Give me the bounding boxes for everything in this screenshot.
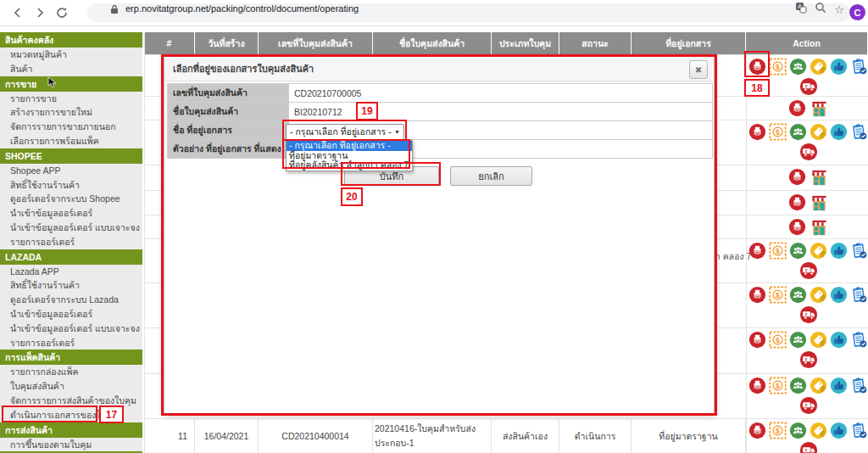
truck-icon[interactable]: $ xyxy=(799,305,817,323)
forward-arrow-icon[interactable] xyxy=(29,3,51,22)
print-document-icon[interactable] xyxy=(788,99,806,117)
sidebar-item[interactable]: รายการออร์เดอร์ xyxy=(0,336,142,350)
select-option[interactable]: - กรุณาเลือก ที่อยู่เอกสาร - xyxy=(287,141,412,151)
translate-icon[interactable]: A xyxy=(795,2,807,17)
truck-icon[interactable]: $ xyxy=(799,143,817,160)
sidebar-item[interactable]: Lazada APP xyxy=(0,265,142,279)
receipt-dollar-icon[interactable]: $ xyxy=(769,286,787,304)
sidebar-item[interactable]: นำเข้าข้อมูลออร์เดอร์ xyxy=(0,307,142,322)
clipboard-check-icon[interactable] xyxy=(850,377,868,394)
receipt-dollar-icon[interactable]: $ xyxy=(769,422,787,439)
print-document-icon[interactable] xyxy=(788,193,806,211)
column-header[interactable]: เลขที่ใบคุมส่งสินค้า xyxy=(259,32,373,54)
storefront-icon[interactable] xyxy=(810,168,827,186)
clipboard-check-icon[interactable] xyxy=(850,123,868,141)
price-tag-icon[interactable] xyxy=(810,377,827,394)
thumbs-up-icon[interactable] xyxy=(830,286,848,304)
document-address-select[interactable]: - กรุณาเลือก ที่อยู่เอกสาร - ▼ xyxy=(286,124,404,140)
thumbs-up-icon[interactable] xyxy=(830,422,848,439)
print-document-icon[interactable] xyxy=(788,168,806,186)
storefront-icon[interactable] xyxy=(810,218,827,236)
print-document-icon[interactable] xyxy=(748,377,766,394)
price-tag-icon[interactable] xyxy=(810,422,827,439)
column-header[interactable]: Action xyxy=(746,32,868,54)
truck-icon[interactable]: $ xyxy=(799,261,817,279)
group-icon[interactable] xyxy=(789,422,807,439)
print-document-icon[interactable] xyxy=(748,331,766,349)
column-header[interactable]: วันที่สร้าง xyxy=(195,32,259,54)
storefront-icon[interactable] xyxy=(810,99,827,117)
clipboard-check-icon[interactable] xyxy=(850,331,868,349)
thumbs-up-icon[interactable] xyxy=(830,58,848,76)
receipt-dollar-icon[interactable]: $ xyxy=(769,331,787,349)
thumbs-up-icon[interactable] xyxy=(830,242,848,260)
price-tag-icon[interactable] xyxy=(810,123,827,141)
sidebar-item[interactable]: ใบคุมส่งสินค้า xyxy=(0,379,142,394)
group-icon[interactable] xyxy=(789,123,807,141)
truck-icon[interactable]: $ xyxy=(799,350,817,368)
sidebar-item[interactable]: สินค้า xyxy=(0,62,142,76)
column-header[interactable]: ชื่อใบคุมส่งสินค้า xyxy=(373,32,492,54)
sidebar-item[interactable]: จัดการรายการขายภายนอก xyxy=(0,120,142,134)
cancel-button[interactable]: ยกเลิก xyxy=(450,166,532,186)
receipt-dollar-icon[interactable]: $ xyxy=(769,123,787,141)
truck-icon[interactable]: $ xyxy=(799,396,817,414)
close-icon[interactable]: ✖ xyxy=(689,60,708,79)
select-option[interactable]: ที่อยู่คลังสินค้า ลำลูกกา คลอง 7 xyxy=(287,160,412,171)
print-document-icon[interactable] xyxy=(788,218,806,236)
print-document-icon[interactable] xyxy=(748,286,766,304)
receipt-dollar-icon[interactable]: $ xyxy=(769,377,787,394)
print-document-icon[interactable] xyxy=(748,422,766,439)
profile-avatar[interactable]: C xyxy=(849,4,865,20)
sidebar-item[interactable]: นำเข้าข้อมูลออร์เดอร์ แบบเจาะจง xyxy=(0,221,142,235)
price-tag-icon[interactable] xyxy=(810,331,827,349)
column-header[interactable]: # xyxy=(144,32,195,54)
sidebar-item[interactable]: เลือกรายการพร้อมแพ็ค xyxy=(0,134,142,148)
clipboard-check-icon[interactable] xyxy=(850,58,868,76)
print-document-icon[interactable] xyxy=(748,123,766,141)
page-zoom-icon[interactable] xyxy=(815,2,826,17)
print-document-icon[interactable] xyxy=(748,58,766,76)
sidebar-item[interactable]: ดูออร์เดอร์จากระบบ Lazada xyxy=(0,293,142,307)
sidebar-item[interactable]: การขึ้นของตามใบคุม xyxy=(0,438,142,452)
price-tag-icon[interactable] xyxy=(810,286,827,304)
url-text[interactable]: erp.novitatgroup.net/packing/control/doc… xyxy=(125,3,359,14)
column-header[interactable]: สถานะ xyxy=(559,32,632,54)
sidebar-item[interactable]: นำเข้าข้อมูลออร์เดอร์ xyxy=(0,206,142,221)
sidebar-item[interactable]: ดูออร์เดอร์จากระบบ Shopee xyxy=(0,192,142,206)
clipboard-check-icon[interactable] xyxy=(850,286,868,304)
column-header[interactable]: ประเภทใบคุม xyxy=(492,32,559,54)
sidebar-item[interactable]: สร้างรายการขายใหม่ xyxy=(0,105,142,120)
sidebar-item[interactable]: สิทธิ์ใช้งานร้านค้า xyxy=(0,278,142,293)
bookmark-star-icon[interactable]: ☆ xyxy=(834,3,844,16)
thumbs-up-icon[interactable] xyxy=(830,377,848,394)
receipt-dollar-icon[interactable]: $ xyxy=(769,242,787,260)
group-icon[interactable] xyxy=(789,286,807,304)
price-tag-icon[interactable] xyxy=(810,242,827,260)
column-header[interactable]: ที่อยู่เอกสาร xyxy=(632,32,746,54)
clipboard-check-icon[interactable] xyxy=(850,242,868,260)
group-icon[interactable] xyxy=(789,331,807,349)
sidebar-item[interactable]: รายการออร์เดอร์ xyxy=(0,235,142,249)
group-icon[interactable] xyxy=(789,58,807,76)
sidebar-item[interactable]: รายการขาย xyxy=(0,92,142,106)
table-header-row: #วันที่สร้างเลขที่ใบคุมส่งสินค้าชื่อใบคุ… xyxy=(144,32,868,54)
thumbs-up-icon[interactable] xyxy=(830,123,848,141)
price-tag-icon[interactable] xyxy=(810,58,827,76)
sidebar-item[interactable]: รายการกล่องแพ็ค xyxy=(0,365,142,379)
truck-icon[interactable]: $ xyxy=(799,441,817,453)
sidebar-item[interactable]: Shopee APP xyxy=(0,164,142,178)
sidebar-item[interactable]: หมวดหมู่สินค้า xyxy=(0,48,142,62)
sidebar-item[interactable]: นำเข้าข้อมูลออร์เดอร์ แบบเจาะจง xyxy=(0,322,142,336)
back-arrow-icon[interactable] xyxy=(7,3,29,22)
receipt-dollar-icon[interactable]: $ xyxy=(769,58,787,76)
truck-icon[interactable]: $ xyxy=(799,77,817,95)
print-document-icon[interactable] xyxy=(748,242,766,260)
group-icon[interactable] xyxy=(789,242,807,260)
group-icon[interactable] xyxy=(789,377,807,394)
sidebar-item[interactable]: สิทธิ์ใช้งานร้านค้า xyxy=(0,178,142,193)
reload-icon[interactable] xyxy=(51,3,73,22)
storefront-icon[interactable] xyxy=(810,193,827,211)
thumbs-up-icon[interactable] xyxy=(830,331,848,349)
clipboard-check-icon[interactable] xyxy=(850,422,868,439)
